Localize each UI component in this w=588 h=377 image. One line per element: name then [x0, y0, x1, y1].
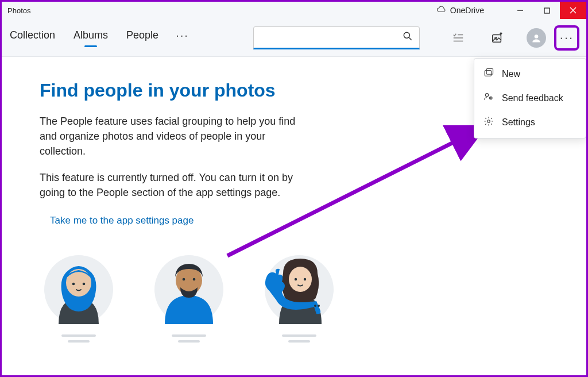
avatar-illustration-2	[154, 255, 223, 324]
svg-line-5	[409, 37, 412, 40]
window-controls	[507, 2, 586, 19]
menu-label: New	[502, 69, 520, 79]
new-icon	[483, 68, 494, 80]
onedrive-label: OneDrive	[450, 6, 484, 15]
search-icon[interactable]	[402, 30, 413, 44]
svg-point-18	[193, 278, 196, 281]
svg-point-15	[83, 283, 86, 286]
svg-point-12	[535, 34, 539, 39]
svg-rect-24	[485, 71, 491, 76]
avatar-row	[44, 255, 586, 346]
svg-point-30	[488, 120, 490, 123]
menu-label: Settings	[502, 117, 535, 128]
search-box[interactable]	[253, 26, 420, 49]
svg-point-14	[72, 283, 75, 286]
feedback-icon	[483, 92, 494, 105]
svg-point-22	[314, 305, 316, 307]
avatar-placeholder-lines	[172, 331, 206, 346]
svg-point-26	[485, 94, 488, 97]
menu-item-settings[interactable]: Settings	[474, 110, 586, 134]
avatar-placeholder-lines	[282, 331, 316, 346]
description-1: The People feature uses facial grouping …	[40, 114, 310, 159]
settings-icon	[483, 116, 494, 129]
import-icon[interactable]	[488, 28, 507, 48]
svg-rect-1	[544, 8, 550, 13]
tab-albums[interactable]: Albums	[72, 26, 109, 49]
more-tabs-button[interactable]: ···	[176, 29, 189, 47]
overflow-menu: New Send feedback Settings	[474, 58, 586, 139]
avatar-card	[154, 255, 223, 346]
app-title: Photos	[7, 6, 30, 15]
avatar-card	[265, 255, 334, 346]
svg-point-13	[66, 269, 91, 297]
avatar-illustration-3	[265, 255, 334, 324]
account-icon[interactable]	[527, 28, 546, 48]
menu-item-feedback[interactable]: Send feedback	[474, 86, 586, 110]
menu-item-new[interactable]: New	[474, 62, 586, 86]
svg-point-23	[318, 305, 320, 307]
title-bar: Photos OneDrive	[2, 2, 586, 19]
cloud-icon	[436, 5, 447, 17]
avatar-illustration-1	[44, 255, 113, 324]
svg-point-4	[404, 32, 409, 38]
settings-link[interactable]: Take me to the app settings page	[50, 215, 586, 226]
nav-icons	[448, 28, 546, 48]
svg-rect-25	[486, 69, 493, 75]
svg-point-17	[183, 278, 185, 281]
select-icon[interactable]	[448, 28, 468, 48]
avatar-placeholder-lines	[61, 331, 96, 346]
nav-bar: Collection Albums People ··· ···	[2, 19, 586, 57]
svg-point-21	[304, 278, 306, 280]
maximize-button[interactable]	[533, 2, 560, 19]
minimize-button[interactable]	[507, 2, 533, 19]
tabs: Collection Albums People ···	[9, 26, 189, 49]
tab-collection[interactable]: Collection	[9, 26, 56, 49]
svg-point-19	[289, 267, 312, 292]
menu-label: Send feedback	[502, 93, 563, 103]
tab-people[interactable]: People	[125, 26, 160, 49]
close-button[interactable]	[560, 2, 586, 19]
avatar-card	[44, 255, 113, 346]
more-options-button[interactable]: ···	[554, 25, 579, 51]
onedrive-status[interactable]: OneDrive	[436, 5, 484, 17]
description-2: This feature is currently turned off. Yo…	[40, 170, 310, 200]
search-input[interactable]	[260, 32, 402, 42]
svg-point-20	[295, 278, 297, 280]
